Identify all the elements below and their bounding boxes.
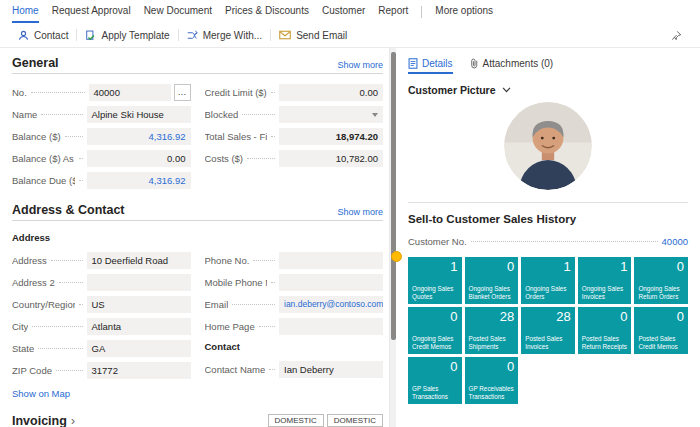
name-field[interactable]: Alpine Ski House [87,106,191,123]
tab-request-approval[interactable]: Request Approval [52,0,131,23]
general-section-title[interactable]: General [12,56,59,70]
pin-button[interactable] [663,28,690,43]
dropdown-caret-icon [372,113,378,117]
cue-ongoing-sales-blanket-orders[interactable]: 0Ongoing Sales Blanket Orders [465,257,519,304]
dotted-leader [79,304,83,305]
costs-field[interactable]: 10,782.00 [279,150,383,167]
no-field[interactable]: 40000 [89,84,171,101]
cue-posted-sales-shipments[interactable]: 28Posted Sales Shipments [465,307,519,354]
home-page-field[interactable] [279,318,383,335]
email-label: Email [205,299,229,310]
address-contact-section-title[interactable]: Address & Contact [12,203,125,217]
cue-ongoing-sales-quotes[interactable]: 1Ongoing Sales Quotes [408,257,462,304]
balance-due-field[interactable]: 4,316.92 [87,172,191,189]
address-contact-show-more-link[interactable]: Show more [337,207,383,217]
gen-bus-posting-group-badge[interactable]: DOMESTIC [268,414,324,427]
customer-no-row: Customer No. 40000 [408,236,688,247]
cue-gp-sales-transactions[interactable]: 0GP Sales Transactions [408,357,462,404]
state-label: State [12,343,34,354]
dotted-leader [253,260,275,261]
cue-posted-sales-credit-memos[interactable]: 0Posted Sales Credit Memos [634,307,688,354]
cue-posted-sales-invoices[interactable]: 28Posted Sales Invoices [521,307,575,354]
city-field[interactable]: Atlanta [87,318,191,335]
tab-home[interactable]: Home [12,0,39,23]
contact-button[interactable]: Contact [10,28,76,43]
total-sales-field[interactable]: 18,974.20 [279,128,383,145]
dotted-leader [56,370,83,371]
contact-group-header: Contact [205,341,384,353]
tile-label: Posted Sales Invoices [525,335,573,351]
show-on-map-link[interactable]: Show on Map [12,388,70,399]
cue-ongoing-sales-return-orders[interactable]: 0Ongoing Sales Return Orders [634,257,688,304]
tab-new-document[interactable]: New Document [144,0,212,23]
dotted-leader [79,180,83,181]
cue-ongoing-sales-orders[interactable]: 1Ongoing Sales Orders [521,257,575,304]
phone-label: Phone No. [205,255,250,266]
total-sales-label: Total Sales - Fisca... [205,131,268,142]
details-icon [408,58,418,69]
vertical-scrollbar[interactable] [389,48,396,427]
address-field[interactable]: 10 Deerfield Road [87,252,191,269]
dotted-leader [271,282,275,283]
merge-with-button[interactable]: Merge With... [179,28,270,43]
tile-label: Posted Sales Shipments [469,335,517,351]
tile-value: 0 [412,310,458,325]
cue-ongoing-sales-credit-memos[interactable]: 0Ongoing Sales Credit Memos [408,307,462,354]
factbox-divider [408,202,688,203]
mobile-phone-field[interactable] [279,274,383,291]
dotted-leader [471,241,658,242]
dotted-leader [271,136,275,137]
apply-template-button[interactable]: Apply Template [77,28,177,43]
tile-value: 28 [525,310,571,325]
more-options-button[interactable]: More options [435,0,493,23]
general-show-more-link[interactable]: Show more [337,60,383,70]
state-field[interactable]: GA [87,340,191,357]
customer-picture-header[interactable]: Customer Picture [408,84,688,96]
tile-label: GP Receivables Transactions [469,385,517,401]
email-field[interactable]: ian.deberry@contoso.com [279,296,383,313]
cue-ongoing-sales-invoices[interactable]: 1Ongoing Sales Invoices [578,257,632,304]
tab-attachments[interactable]: Attachments (0) [469,54,554,74]
country-region-field[interactable]: US [87,296,191,313]
zip-code-field[interactable]: 31772 [87,362,191,379]
balance-due-label: Balance Due ($) [12,175,75,186]
blocked-field[interactable] [279,106,383,123]
credit-limit-label: Credit Limit ($) [205,87,267,98]
notification-dot [391,251,402,262]
customer-no-link[interactable]: 40000 [662,236,688,247]
pin-icon [671,30,682,41]
dotted-leader [31,92,85,93]
invoicing-section-title[interactable]: Invoicing› [12,414,75,427]
contact-name-field[interactable]: Ian Deberry [279,361,383,378]
balance-field[interactable]: 4,316.92 [87,128,191,145]
tile-value: 0 [638,260,684,275]
tab-prices-discounts[interactable]: Prices & Discounts [225,0,309,23]
customer-posting-group-badge[interactable]: DOMESTIC [327,414,383,427]
tile-label: GP Sales Transactions [412,385,460,401]
tile-label: Posted Sales Credit Memos [638,335,686,351]
dotted-leader [65,136,83,137]
address-group-header: Address [12,232,191,244]
dotted-leader [269,369,275,370]
address2-field[interactable] [87,274,191,291]
send-email-button[interactable]: Send Email [271,28,355,43]
action-bar: Contact Apply Template Merge With... Sen… [0,23,700,48]
balance-as-vendor-field[interactable]: 0.00 [87,150,191,167]
phone-field[interactable] [279,252,383,269]
contact-icon [18,30,29,41]
merge-icon [187,30,198,41]
costs-label: Costs ($) [205,153,244,164]
credit-limit-field[interactable]: 0.00 [279,84,383,101]
contact-label: Contact [34,30,68,41]
tile-value: 1 [582,260,628,275]
cue-gp-receivables-transactions[interactable]: 0GP Receivables Transactions [465,357,519,404]
tab-details[interactable]: Details [408,54,453,74]
apply-template-label: Apply Template [101,30,169,41]
assist-edit-button[interactable]: … [174,84,191,101]
cue-posted-sales-return-receipts[interactable]: 0Posted Sales Return Receipts [578,307,632,354]
blocked-label: Blocked [205,109,239,120]
address-contact-section: Address & Contact Show more Address Addr… [12,203,383,401]
dotted-leader [232,304,275,305]
tab-customer[interactable]: Customer [322,0,365,23]
tab-report[interactable]: Report [378,0,408,23]
